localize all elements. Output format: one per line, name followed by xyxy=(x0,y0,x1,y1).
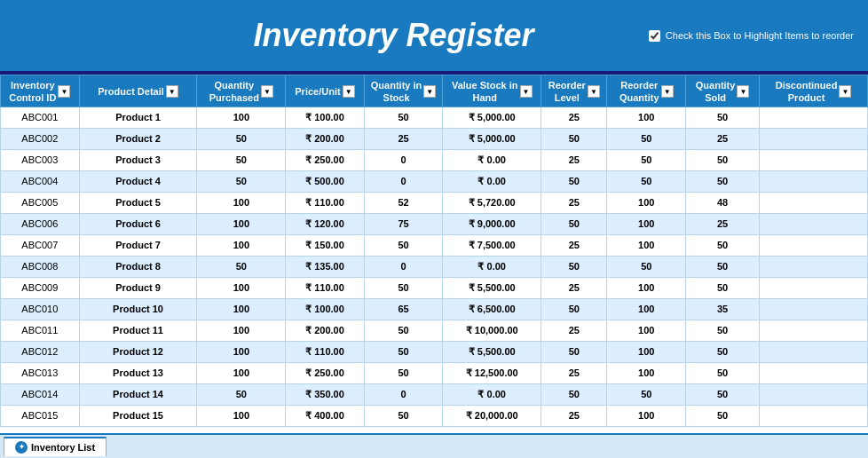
table-row[interactable]: ABC003Product 350₹ 250.000₹ 0.00255050 xyxy=(1,149,868,170)
col-header-qty-purchased: QuantityPurchased ▼ xyxy=(197,75,286,107)
column-header-row: InventoryControl ID ▼ Product Detail ▼ Q… xyxy=(1,75,868,107)
tab-bar: ✦ Inventory List xyxy=(0,433,868,458)
table-row[interactable]: ABC012Product 12100₹ 110.0050₹ 5,500.005… xyxy=(1,341,868,362)
table-row[interactable]: ABC014Product 1450₹ 350.000₹ 0.00505050 xyxy=(1,383,868,405)
table-row[interactable]: ABC007Product 7100₹ 150.0050₹ 7,500.0025… xyxy=(1,234,868,256)
table-row[interactable]: ABC013Product 13100₹ 250.0050₹ 12,500.00… xyxy=(1,362,868,383)
tab-inventory-list[interactable]: ✦ Inventory List xyxy=(4,437,107,456)
col-sold-dropdown[interactable]: ▼ xyxy=(737,85,749,98)
col-header-reorder-qty: ReorderQuantity ▼ xyxy=(607,75,686,107)
table-row[interactable]: ABC008Product 850₹ 135.000₹ 0.00505050 xyxy=(1,256,868,277)
table-row[interactable]: ABC015Product 15100₹ 400.0050₹ 20,000.00… xyxy=(1,405,868,426)
tab-label: Inventory List xyxy=(31,442,95,453)
table-row[interactable]: ABC009Product 9100₹ 110.0050₹ 5,500.0025… xyxy=(1,277,868,298)
col-qs-dropdown[interactable]: ▼ xyxy=(423,85,436,98)
col-prod-dropdown[interactable]: ▼ xyxy=(166,85,178,98)
col-rl-dropdown[interactable]: ▼ xyxy=(588,85,600,98)
reorder-highlight-area: Check this Box to Highlight Items to reo… xyxy=(649,30,854,42)
col-qp-dropdown[interactable]: ▼ xyxy=(261,85,273,98)
col-pu-dropdown[interactable]: ▼ xyxy=(343,85,355,98)
table-row[interactable]: ABC010Product 10100₹ 100.0065₹ 6,500.005… xyxy=(1,298,868,320)
header: Inventory Register Check this Box to Hig… xyxy=(0,0,868,71)
highlight-reorder-checkbox[interactable] xyxy=(649,30,660,42)
table-body: ABC001Product 1100₹ 100.0050₹ 5,000.0025… xyxy=(1,107,868,426)
col-header-reorder-level: ReorderLevel ▼ xyxy=(541,75,607,107)
page-title: Inventory Register xyxy=(138,17,649,54)
col-header-price: Price/Unit ▼ xyxy=(286,75,365,107)
table-row[interactable]: ABC002Product 250₹ 200.0025₹ 5,000.00505… xyxy=(1,128,868,149)
table-row[interactable]: ABC011Product 11100₹ 200.0050₹ 10,000.00… xyxy=(1,320,868,341)
table-row[interactable]: ABC001Product 1100₹ 100.0050₹ 5,000.0025… xyxy=(1,107,868,128)
table-row[interactable]: ABC004Product 450₹ 500.000₹ 0.00505050 xyxy=(1,170,868,192)
col-vs-dropdown[interactable]: ▼ xyxy=(520,85,533,98)
col-header-discontinued: DiscontinuedProduct ▼ xyxy=(760,75,868,107)
col-header-qty-sold: QuantitySold ▼ xyxy=(686,75,760,107)
col-header-product: Product Detail ▼ xyxy=(79,75,197,107)
app: Inventory Register Check this Box to Hig… xyxy=(0,0,868,458)
col-id-dropdown[interactable]: ▼ xyxy=(58,85,70,98)
col-disc-dropdown[interactable]: ▼ xyxy=(839,85,851,98)
inventory-table: InventoryControl ID ▼ Product Detail ▼ Q… xyxy=(0,75,868,427)
col-header-qty-stock: Quantity inStock ▼ xyxy=(364,75,443,107)
highlight-reorder-label: Check this Box to Highlight Items to reo… xyxy=(666,30,854,41)
col-header-id: InventoryControl ID ▼ xyxy=(1,75,80,107)
col-rq-dropdown[interactable]: ▼ xyxy=(661,85,674,98)
tab-icon: ✦ xyxy=(15,441,28,454)
table-row[interactable]: ABC005Product 5100₹ 110.0052₹ 5,720.0025… xyxy=(1,192,868,213)
table-container[interactable]: InventoryControl ID ▼ Product Detail ▼ Q… xyxy=(0,75,868,433)
table-row[interactable]: ABC006Product 6100₹ 120.0075₹ 9,000.0050… xyxy=(1,213,868,234)
col-header-value-stock: Value Stock inHand ▼ xyxy=(443,75,541,107)
